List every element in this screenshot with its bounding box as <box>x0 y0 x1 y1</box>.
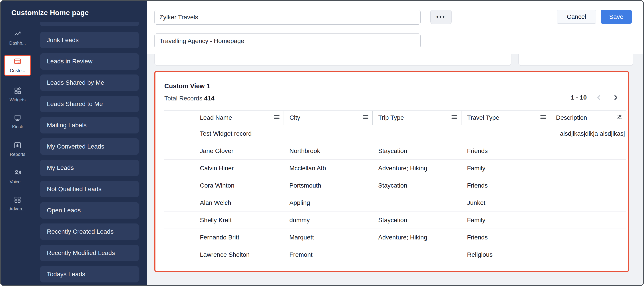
table-row[interactable]: Alan Welch Appling Junket <box>164 194 626 212</box>
cell-city: Marquett <box>284 229 372 246</box>
page-title: Customize Home page <box>11 9 89 17</box>
table-row[interactable]: Cora Winton Portsmouth Staycation Friend… <box>164 177 626 194</box>
cell-city: Portsmouth <box>284 177 372 194</box>
more-options-button[interactable]: ••• <box>430 10 452 24</box>
chevron-left-icon[interactable] <box>595 94 603 102</box>
sidebar-item-widgets[interactable]: Widgets <box>4 85 31 104</box>
cell-lead-name: Alan Welch <box>164 194 284 212</box>
list-item[interactable]: Not Qualified Leads <box>40 181 139 197</box>
cell-lead-name: Calvin Hiner <box>164 160 284 177</box>
advanced-icon <box>14 196 22 205</box>
cell-lead-name: Lawrence Shelton <box>164 246 284 263</box>
cell-city: Northbrook <box>284 142 372 160</box>
cell-description <box>550 160 626 177</box>
cell-trip-type <box>372 125 461 142</box>
cell-city: Appling <box>284 194 372 212</box>
cell-description <box>550 212 626 229</box>
sidebar-item-dashboards[interactable]: Dashb... <box>4 28 31 47</box>
pagination-range: 1 - 10 <box>571 94 587 101</box>
cell-travel-type: Religious <box>461 246 550 263</box>
cell-lead-name: Test Widget record <box>164 125 284 142</box>
column-header-travel-type: Travel Type <box>467 114 500 121</box>
cell-city: Mcclellan Afb <box>284 160 372 177</box>
cell-lead-name: Jane Glover <box>164 142 284 160</box>
cell-lead-name: Shelly Kraft <box>164 212 284 229</box>
column-menu-icon[interactable] <box>273 114 280 122</box>
sidebar-item-reports[interactable]: Reports <box>4 140 31 159</box>
sidebar-item-voice[interactable]: Voice ... <box>4 167 31 186</box>
content-area: Custom View 1 Total Records 414 1 - 10 L… <box>147 54 643 285</box>
custom-view-widget: Custom View 1 Total Records 414 1 - 10 L… <box>154 71 629 272</box>
list-item-partial[interactable] <box>40 22 139 26</box>
list-item[interactable]: Leads Shared by Me <box>40 74 139 91</box>
cell-trip-type <box>372 194 461 212</box>
chevron-right-icon[interactable] <box>612 94 620 102</box>
table-row[interactable]: Fernando Britt Marquett Adventure; Hikin… <box>164 229 626 246</box>
column-menu-icon[interactable] <box>362 114 369 122</box>
rail-item-label: Kiosk <box>12 124 23 130</box>
sidebar-item-customize[interactable]: Custo... <box>4 55 31 76</box>
cell-travel-type: Friends <box>461 229 550 246</box>
save-button[interactable]: Save <box>601 10 632 24</box>
list-item[interactable]: My Leads <box>40 160 139 176</box>
rail-item-label: Voice ... <box>10 179 25 184</box>
cell-trip-type: Staycation <box>372 212 461 229</box>
sidebar-item-advanced[interactable]: Advan... <box>4 194 31 213</box>
dashboard-icon <box>14 30 22 39</box>
custom-view-table: Lead Name City Trip Type Travel Type Des… <box>164 110 626 263</box>
cell-description <box>550 194 626 212</box>
column-menu-icon[interactable] <box>540 114 546 122</box>
column-header-city: City <box>290 114 300 121</box>
table-row[interactable]: Shelly Kraft dummy Staycation Family <box>164 212 626 229</box>
custom-view-title: Custom View 1 <box>164 82 210 90</box>
rail-item-label: Custo... <box>10 68 25 73</box>
cell-trip-type: Staycation <box>372 142 461 160</box>
reports-icon <box>14 141 22 150</box>
cell-travel-type <box>461 125 550 142</box>
list-item[interactable]: My Converted Leads <box>40 138 139 155</box>
list-item[interactable]: Leads in Review <box>40 53 139 70</box>
total-records: Total Records 414 <box>164 95 214 102</box>
cell-description <box>550 177 626 194</box>
rail-item-label: Widgets <box>10 97 26 102</box>
cell-description <box>550 142 626 160</box>
list-item[interactable]: Recently Created Leads <box>40 223 139 240</box>
list-item[interactable]: Leads Shared to Me <box>40 96 139 112</box>
cell-travel-type: Family <box>461 212 550 229</box>
cell-travel-type: Friends <box>461 177 550 194</box>
column-settings-icon[interactable] <box>616 114 623 122</box>
cell-city <box>284 125 372 142</box>
voice-assistant-icon <box>14 169 22 178</box>
table-row[interactable]: Jane Glover Northbrook Staycation Friend… <box>164 142 626 160</box>
cell-trip-type <box>372 246 461 263</box>
list-item[interactable]: Junk Leads <box>40 32 139 48</box>
table-row[interactable]: Test Widget record alsdjlkasjdlkja alsdj… <box>164 125 626 142</box>
list-item[interactable]: Mailing Labels <box>40 117 139 134</box>
sidebar: Customize Home page Dashb... Custo... Wi… <box>1 1 147 285</box>
column-header-lead-name: Lead Name <box>200 114 232 121</box>
cell-travel-type: Family <box>461 160 550 177</box>
cell-city: Fremont <box>284 246 372 263</box>
table-row[interactable]: Calvin Hiner Mcclellan Afb Adventure; Hi… <box>164 160 626 177</box>
topbar: ••• Cancel Save <box>147 1 643 54</box>
column-header-description: Description <box>556 114 587 121</box>
cancel-button[interactable]: Cancel <box>557 10 596 24</box>
list-item[interactable]: Todays Leads <box>40 266 139 283</box>
cell-lead-name: Fernando Britt <box>164 229 284 246</box>
homepage-name-input[interactable] <box>154 10 420 25</box>
customize-home-window: Customize Home page Dashb... Custo... Wi… <box>0 0 644 286</box>
widget-panel-partial-right <box>518 54 633 66</box>
total-records-label: Total Records <box>164 95 202 102</box>
cell-description <box>550 246 626 263</box>
homepage-title-input[interactable] <box>154 33 420 48</box>
cell-city: dummy <box>284 212 372 229</box>
list-item[interactable]: Open Leads <box>40 202 139 219</box>
cell-description: alsdjlkasjdlkja alsdjlkasj <box>550 125 626 142</box>
cell-trip-type: Adventure; Hiking <box>372 229 461 246</box>
list-item[interactable]: Recently Modified Leads <box>40 245 139 261</box>
table-row[interactable]: Lawrence Shelton Fremont Religious <box>164 246 626 263</box>
cell-travel-type: Friends <box>461 142 550 160</box>
widgets-icon <box>14 87 22 96</box>
column-menu-icon[interactable] <box>451 114 458 122</box>
sidebar-item-kiosk[interactable]: Kiosk <box>4 112 31 131</box>
